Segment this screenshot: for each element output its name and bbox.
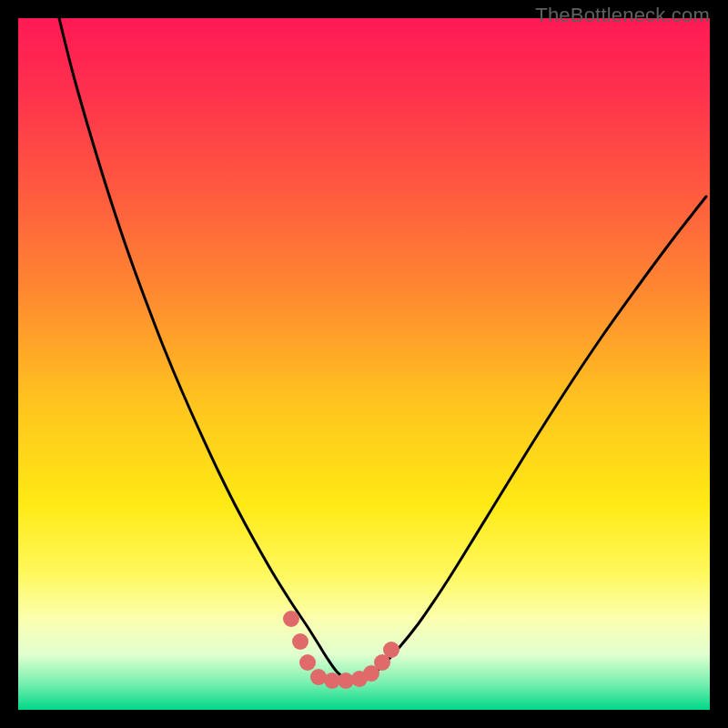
curve-markers [283,611,399,689]
bottleneck-curve [59,18,706,681]
chart-frame: TheBottleneck.com [0,0,728,728]
curve-marker-point [283,611,299,627]
curve-marker-point [292,633,308,650]
curve-layer [18,18,710,710]
plot-area [18,18,710,710]
curve-marker-point [299,654,316,671]
watermark-label: TheBottleneck.com [535,4,710,27]
curve-marker-point [383,642,399,658]
